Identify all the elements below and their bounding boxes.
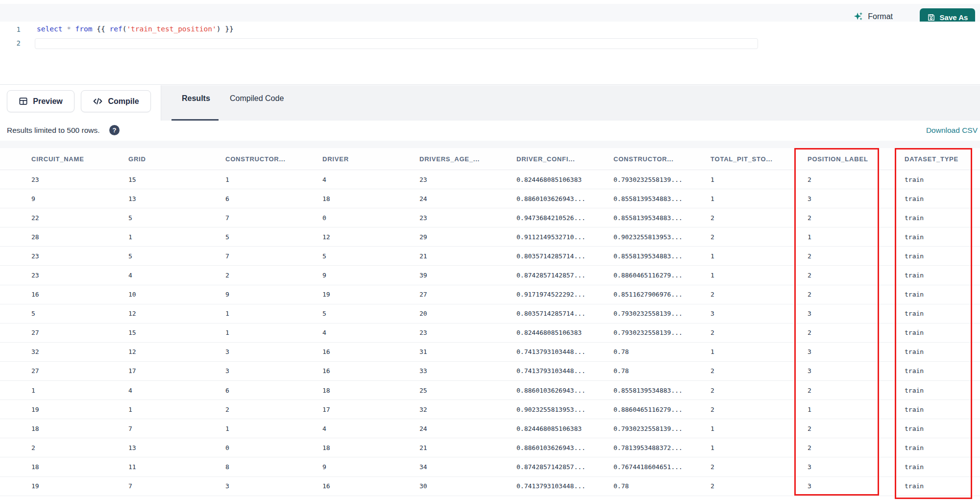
table-cell: 16 [31, 291, 128, 298]
table-cell: 32 [31, 348, 128, 355]
table-cell: 12 [322, 233, 419, 241]
table-row: 18714240.8244680851063830.7930232558139.… [0, 419, 980, 438]
table-row: 197316300.7413793103448...0.7823train [0, 477, 980, 496]
table-cell: 3 [808, 348, 905, 355]
column-header: CONSTRUCTOR... [613, 155, 710, 163]
table-cell: train [905, 233, 980, 241]
table-cell: 19 [31, 482, 128, 490]
query-editor-page: Format Save As 1 2 select * from {{ ref(… [0, 0, 980, 500]
format-button-label: Format [868, 12, 893, 21]
results-table: CIRCUIT_NAMEGRIDCONSTRUCTOR...DRIVERDRIV… [0, 141, 980, 500]
table-cell: 0.824468085106383 [516, 425, 613, 432]
table-cell: 33 [419, 367, 516, 375]
table-cell: 8 [225, 463, 322, 471]
table-cell: train [905, 310, 980, 317]
table-cell: 23 [31, 176, 128, 183]
table-cell: 23 [31, 252, 128, 260]
column-header: CONSTRUCTOR... [225, 155, 322, 163]
table-cell: 0.8860103626943... [516, 195, 613, 202]
table-cell: 28 [31, 233, 128, 241]
table-cell: 3 [808, 482, 905, 490]
table-cell: 1 [710, 272, 808, 279]
table-cell: 1 [225, 310, 322, 317]
table-cell: 1 [710, 176, 808, 183]
table-cell: 18 [322, 444, 419, 451]
table-cell: 1 [710, 195, 808, 202]
table-row: 22570230.9473684210526...0.8558139534883… [0, 208, 980, 227]
table-cell: 2 [808, 425, 905, 432]
table-cell: 0.8742857142857... [516, 272, 613, 279]
table-cell: 27 [31, 329, 128, 336]
table-cell: 5 [128, 252, 225, 260]
table-cell: 2 [808, 444, 905, 451]
table-cell: 2 [225, 406, 322, 413]
table-cell: 2 [808, 214, 905, 222]
table-cell: 31 [419, 348, 516, 355]
table-row: 1610919270.9171974522292...0.85116279069… [0, 285, 980, 304]
table-cell: 0.8558139534883... [613, 387, 710, 394]
column-header: GRID [128, 155, 225, 163]
table-cell: 5 [322, 252, 419, 260]
table-cell: 1 [808, 233, 905, 241]
table-cell: 24 [419, 425, 516, 432]
table-cell: train [905, 252, 980, 260]
table-cell: 21 [419, 252, 516, 260]
table-cell: 12 [128, 310, 225, 317]
table-cell: 5 [322, 310, 419, 317]
table-cell: 0.7930232558139... [613, 310, 710, 317]
tab-compiled-code[interactable]: Compiled Code [230, 85, 284, 121]
table-cell: train [905, 214, 980, 222]
sql-editor[interactable]: 1 2 select * from {{ ref('train_test_pos… [0, 22, 980, 85]
table-cell: 27 [419, 291, 516, 298]
table-cell: 18 [31, 463, 128, 471]
table-cell: 0.9473684210526... [516, 214, 613, 222]
table-cell: 9 [225, 291, 322, 298]
table-cell: 3 [710, 310, 808, 317]
table-cell: 5 [128, 214, 225, 222]
table-cell: 1 [225, 329, 322, 336]
table-cell: 4 [322, 329, 419, 336]
table-cell: 0.8035714285714... [516, 252, 613, 260]
table-cell: 20 [419, 310, 516, 317]
table-cell: 0.9112149532710... [516, 233, 613, 241]
table-cell: 0.8860465116279... [613, 406, 710, 413]
results-limit-text: Results limited to 500 rows. [7, 126, 100, 135]
table-cell: 17 [128, 367, 225, 375]
table-cell: 0.8558139534883... [613, 195, 710, 202]
table-row: 271514230.8244680851063830.7930232558139… [0, 324, 980, 343]
download-csv-link[interactable]: Download CSV [926, 126, 978, 135]
table-cell: 2 [808, 291, 905, 298]
tab-results[interactable]: Results [182, 85, 210, 121]
preview-button-label: Preview [33, 97, 62, 106]
table-cell: 4 [128, 387, 225, 394]
table-cell: 1 [225, 425, 322, 432]
column-header: DRIVER_CONFI... [516, 155, 613, 163]
table-cell: 0.7413793103448... [516, 348, 613, 355]
table-row: 281512290.9112149532710...0.902325581395… [0, 227, 980, 247]
table-cell: 23 [419, 329, 516, 336]
table-row: 181189340.8742857142857...0.767441860465… [0, 457, 980, 476]
table-cell: train [905, 348, 980, 355]
table-cell: 15 [128, 176, 225, 183]
table-cell: 29 [419, 233, 516, 241]
table-icon [19, 97, 28, 106]
help-icon[interactable]: ? [109, 125, 120, 135]
table-row: 2717316330.7413793103448...0.7823train [0, 362, 980, 381]
code-token: {{ [93, 25, 110, 33]
table-body: 231514230.8244680851063830.7930232558139… [0, 170, 980, 496]
table-row: 213018210.8860103626943...0.781395348837… [0, 438, 980, 457]
code-line-2-active[interactable] [35, 38, 758, 49]
table-cell: train [905, 463, 980, 471]
table-row: 51215200.8035714285714...0.7930232558139… [0, 304, 980, 324]
save-icon [927, 13, 935, 22]
table-cell: 1 [128, 233, 225, 241]
code-line-1[interactable]: select * from {{ ref('train_test_positio… [37, 25, 234, 33]
preview-button[interactable]: Preview [7, 90, 74, 112]
table-cell: 5 [31, 310, 128, 317]
table-cell: 2 [808, 252, 905, 260]
table-cell: 2 [808, 272, 905, 279]
table-cell: 0.7413793103448... [516, 482, 613, 490]
compile-button[interactable]: Compile [81, 90, 151, 112]
results-info-bar: Results limited to 500 rows. ? Download … [0, 121, 980, 141]
code-token: ref [109, 25, 122, 33]
